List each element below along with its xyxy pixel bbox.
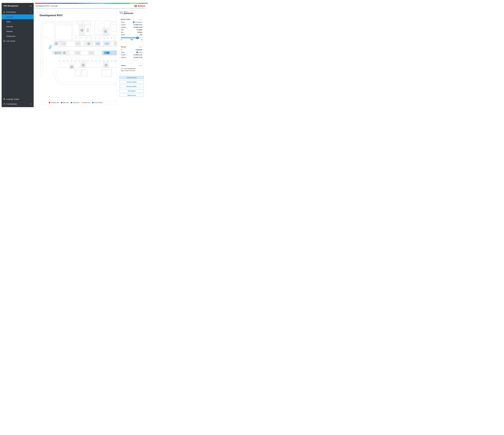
topbar: Development RVO > Live map BOSCH (34, 4, 148, 8)
row-label: ID (121, 49, 122, 51)
sidebar-item-label: Infrastructure (7, 35, 15, 37)
vehicle-card: Vehicle Details ID: V1210123456902343 Ty… (119, 63, 144, 73)
language-label: Language: English (7, 98, 19, 100)
legend-item-special-area: Special area (81, 102, 90, 103)
cell-badge-15[interactable]: 15 (63, 52, 66, 54)
progress-fill (121, 37, 138, 38)
close-icon[interactable] (30, 5, 32, 7)
live-map-canvas[interactable]: 910126141518212223 (37, 20, 117, 101)
gray-vehicle[interactable] (62, 43, 66, 45)
route-a-b-icon: A B (119, 11, 123, 15)
sidebar-item-rvo-systems[interactable]: RVO Systems (2, 9, 34, 14)
map-legend: Occupied cellsStatic cellsVacant areaSpe… (35, 101, 117, 104)
detail-row: Updated8.4.2023 11:28 (121, 26, 142, 28)
row-value: 8.4.2023 11:28 (134, 57, 142, 58)
sidebar-item-label: RVO Systems (7, 11, 16, 13)
sidebar-item-infrastructure[interactable]: Infrastructure (2, 34, 34, 39)
card-title: Session (121, 46, 126, 48)
action-buttons: Cancel missionSession detailsMission det… (119, 76, 144, 97)
detail-row: End19 Rolls (121, 32, 142, 33)
sidebar-nav: RVO Systems Live map Status Event log Se… (2, 9, 34, 44)
blue-vehicle[interactable] (105, 43, 109, 45)
mission-header: A B Mission M10201034 (119, 11, 144, 15)
legend-label: Active missions (94, 102, 103, 103)
language-selector[interactable]: A Language: English (2, 97, 34, 102)
row-label: Created (121, 24, 126, 26)
map-items-layer: 910126141518212223 (37, 20, 117, 101)
mission-details-button[interactable]: Mission details (119, 85, 144, 88)
row-value: 8.4.2023 11:28 (134, 26, 142, 28)
cell-badge-22[interactable]: 22 (82, 64, 85, 66)
cell-badge-9[interactable]: 9 (55, 42, 58, 45)
sidebar-item-event-log[interactable]: Event log (2, 24, 34, 29)
legend-item-active-missions: Active missions (92, 102, 103, 103)
cancel-mission-button[interactable]: Cancel mission (119, 76, 144, 79)
legend-label: Occupied cells (51, 102, 59, 103)
breadcrumb[interactable]: Development RVO > Live map (36, 5, 58, 7)
cell-badge-12[interactable]: 12 (104, 30, 107, 33)
mission-details-link[interactable]: Details (139, 19, 142, 20)
blue-vehicle[interactable] (96, 43, 100, 45)
sidebar-item-live-map[interactable]: Live map (2, 14, 34, 19)
legend-item-vacant-area: Vacant area (71, 102, 79, 103)
blue-vehicle[interactable] (57, 52, 61, 54)
bosch-supergraphic (35, 3, 148, 4)
row-label: Arrival (121, 34, 125, 35)
chevron-down-icon[interactable] (30, 12, 32, 12)
svg-text:A: A (4, 99, 5, 100)
legend-swatch (92, 102, 93, 103)
gray-vehicle[interactable] (75, 52, 80, 54)
language-icon: A (3, 98, 5, 100)
page-title: Development RVO (40, 14, 63, 17)
detail-row: Arrival0:33 (121, 34, 142, 35)
legend-swatch (81, 102, 82, 103)
legend-label: Special area (83, 102, 90, 103)
sidebar-item-user-manual[interactable]: User manual (2, 39, 34, 44)
row-label: Updated (121, 26, 126, 28)
gray-vehicle[interactable] (114, 43, 117, 45)
legend-swatch (49, 102, 50, 103)
row-value: 0:33 (140, 34, 142, 35)
cell-badge-10[interactable]: 10 (81, 29, 83, 32)
row-label: End (121, 32, 123, 33)
detail-row: Statusactive (121, 52, 142, 53)
row-label: Start (121, 29, 124, 31)
vehicle-details-link[interactable]: Details (139, 65, 142, 66)
session-details-button[interactable]: Session details (119, 80, 144, 83)
sidebar-item-sessions[interactable]: Sessions (2, 29, 34, 34)
sidebar: RVO Management RVO Systems Live map S (2, 3, 34, 107)
vehicle-position-marker (136, 36, 139, 39)
cell-badge-14[interactable]: 14 (54, 52, 57, 54)
progress-percent: 78% (130, 39, 133, 41)
progress-start-label: S (121, 39, 122, 41)
row-label: Status (121, 21, 125, 23)
row-value: 19 Rolls (137, 32, 142, 33)
chevron-down-icon[interactable] (30, 104, 32, 104)
gray-vehicle[interactable] (75, 43, 80, 45)
cell-badge-18[interactable]: 18 (104, 52, 107, 54)
mission-status-card: Mission status Details Statusin progress… (119, 17, 144, 42)
person-icon (3, 103, 5, 105)
cell-badge-23[interactable]: 23 (105, 64, 107, 66)
report-issue-button[interactable]: Report issue (119, 94, 144, 97)
detail-row: Statusin progress (121, 21, 142, 23)
bosch-wordmark: BOSCH (138, 5, 145, 7)
get-support-button[interactable]: Get support (119, 89, 144, 92)
legend-label: Vacant area (72, 102, 79, 103)
row-value: in progress (133, 21, 142, 23)
session-details-link[interactable]: Details (139, 46, 142, 48)
gray-vehicle[interactable] (87, 28, 89, 32)
mission-progress-bar (121, 37, 142, 38)
blue-vehicle[interactable] (48, 45, 52, 50)
gray-vehicle[interactable] (89, 52, 93, 54)
user-menu[interactable]: Paul (Operator) (2, 102, 34, 106)
sidebar-title: RVO Management (4, 5, 18, 7)
sidebar-item-label: User manual (7, 40, 15, 42)
sidebar-item-status[interactable]: Status (2, 19, 34, 24)
cell-badge-6[interactable]: 6 (87, 42, 90, 45)
mission-label: Mission (124, 11, 133, 12)
home-icon (3, 11, 5, 13)
bosch-logo: BOSCH (134, 5, 145, 7)
cell-badge-21[interactable]: 21 (70, 66, 73, 68)
legend-item-occupied-cells: Occupied cells (49, 102, 59, 103)
